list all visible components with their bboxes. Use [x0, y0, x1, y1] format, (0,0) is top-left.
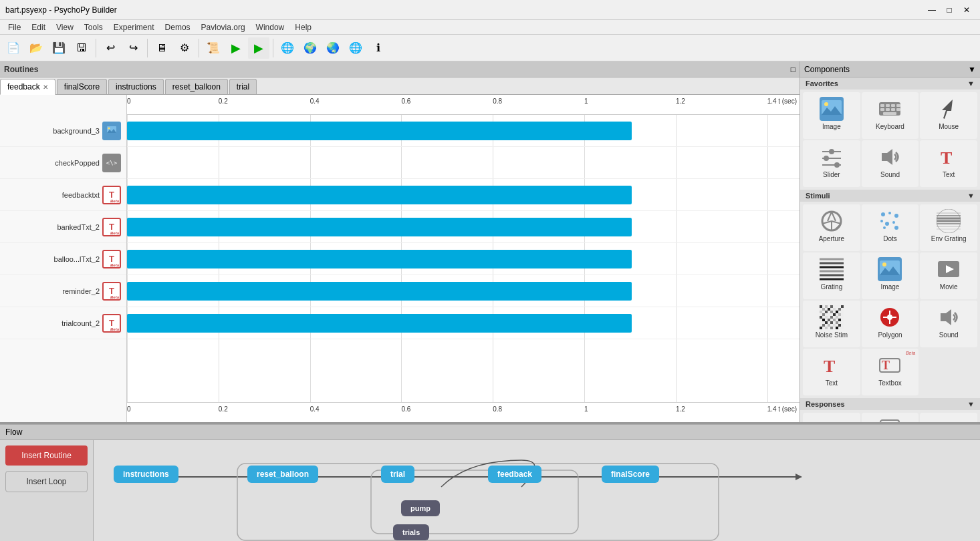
svg-point-39: [883, 226, 886, 229]
flow-node-trials[interactable]: trials: [393, 524, 429, 540]
comp-item-envgrating[interactable]: Env Grating: [920, 204, 977, 251]
new-button[interactable]: 📄: [3, 37, 24, 59]
axis-0: 0: [127, 98, 131, 105]
flow-node-finalscore[interactable]: finalScore: [602, 466, 659, 483]
comp-item-mouse[interactable]: Mouse: [920, 92, 977, 139]
comp-item-pen[interactable]: Pen: [803, 413, 860, 422]
menu-item-view[interactable]: View: [51, 21, 79, 33]
flow-node-feedback[interactable]: feedback: [488, 466, 541, 483]
insert-loop-button[interactable]: Insert Loop: [5, 471, 88, 492]
comp-section-stimuli-arrow[interactable]: ▼: [967, 192, 975, 200]
chart-row-trialcount2[interactable]: [127, 307, 800, 339]
row-icon-feedbacktxt[interactable]: T Beta: [102, 186, 121, 204]
row-icon-checkpopped[interactable]: <\>: [102, 154, 121, 172]
insert-routine-button[interactable]: Insert Routine: [5, 445, 88, 466]
row-icon-reminder2[interactable]: T Beta: [102, 282, 121, 301]
chart-row-background3[interactable]: [127, 115, 800, 147]
open-button[interactable]: 📂: [25, 37, 47, 59]
svg-rect-49: [820, 257, 844, 281]
components-collapse-icon[interactable]: ▼: [968, 65, 976, 74]
save-as-button[interactable]: 🖫: [71, 37, 92, 59]
undo-button[interactable]: ↩: [100, 37, 121, 59]
tab-trial[interactable]: trial: [229, 79, 257, 94]
row-icon-background3[interactable]: [102, 122, 121, 140]
comp-item-keyboard[interactable]: Keyboard: [862, 92, 919, 139]
chart-row-bankedtxt2[interactable]: [127, 211, 800, 243]
form-icon: [876, 416, 903, 422]
comp-section-stimuli[interactable]: Stimuli ▼: [800, 190, 980, 202]
comp-item-text-fav[interactable]: T Text: [920, 140, 977, 187]
comp-item-image2[interactable]: Image: [862, 252, 919, 299]
maximize-button[interactable]: □: [941, 3, 957, 17]
menu-item-experiment[interactable]: Experiment: [108, 21, 160, 33]
row-icon-bankedtxt2[interactable]: T Beta: [102, 218, 121, 236]
comp-item-form[interactable]: Form: [862, 413, 919, 422]
tab-instructions[interactable]: instructions: [108, 79, 164, 94]
comp-section-responses-arrow[interactable]: ▼: [967, 400, 975, 408]
comp-item-aperture[interactable]: Aperture: [803, 204, 860, 251]
comp-item-slider[interactable]: Slider: [803, 140, 860, 187]
bar-background3[interactable]: [127, 122, 632, 140]
menu-item-pavlovia.org[interactable]: Pavlovia.org: [196, 21, 251, 33]
comp-item-dots[interactable]: Dots: [862, 204, 919, 251]
flow-node-instructions[interactable]: instructions: [114, 466, 178, 483]
globe1-button[interactable]: 🌐: [277, 37, 298, 59]
comp-item-textbox[interactable]: T Textbox Beta: [862, 349, 919, 395]
row-icon-trialcount2[interactable]: T Beta: [102, 314, 121, 333]
bar-feedbacktxt[interactable]: [127, 186, 632, 204]
run-online-button[interactable]: ▶: [248, 37, 269, 59]
tab-finalscore[interactable]: finalScore: [57, 79, 107, 94]
monitor-button[interactable]: 🖥: [151, 37, 172, 59]
comp-item-noise[interactable]: Noise Stim: [803, 301, 860, 347]
chart-row-ballooltxt2[interactable]: [127, 243, 800, 275]
globe5-button[interactable]: ℹ: [368, 37, 389, 59]
globe4-button[interactable]: 🌐: [345, 37, 366, 59]
comp-section-favorites[interactable]: Favorites ▼: [800, 77, 980, 89]
chart-row-feedbacktxt[interactable]: [127, 179, 800, 211]
tab-feedback[interactable]: feedback ✕: [0, 79, 55, 95]
menu-item-help[interactable]: Help: [289, 21, 317, 33]
bar-reminder2[interactable]: [127, 282, 632, 301]
comp-item-sound2[interactable]: Sound: [920, 301, 977, 347]
flow-node-reset-balloon[interactable]: reset_balloon: [247, 466, 318, 483]
bar-bankedtxt2[interactable]: [127, 218, 632, 236]
comp-section-responses[interactable]: Responses ▼: [800, 398, 980, 410]
menu-item-file[interactable]: File: [3, 21, 26, 33]
comp-section-favorites-arrow[interactable]: ▼: [967, 79, 975, 87]
textbox-beta-badge: Beta: [906, 351, 915, 355]
row-name-feedbacktxt: feedbacktxt: [62, 191, 100, 199]
chart-row-reminder2[interactable]: [127, 275, 800, 307]
globe3-button[interactable]: 🌏: [322, 37, 344, 59]
svg-rect-96: [820, 327, 822, 329]
comp-item-movie[interactable]: Movie: [920, 252, 977, 299]
row-icon-ballooltxt2[interactable]: T Beta: [102, 250, 121, 268]
flow-node-trial[interactable]: trial: [381, 466, 414, 483]
flow-node-pump[interactable]: pump: [401, 500, 440, 516]
comp-item-polygon[interactable]: Polygon: [862, 301, 919, 347]
menu-item-edit[interactable]: Edit: [26, 21, 51, 33]
redo-button[interactable]: ↪: [122, 37, 144, 59]
bar-trialcount2[interactable]: [127, 314, 632, 333]
compile-button[interactable]: 📜: [203, 37, 224, 59]
tab-feedback-close[interactable]: ✕: [43, 83, 48, 91]
comp-item-text2[interactable]: T Text: [803, 349, 860, 395]
run-button[interactable]: ▶: [225, 37, 247, 59]
comp-item-sound-fav[interactable]: Sound: [862, 140, 919, 187]
chart-row-checkpopped[interactable]: [127, 147, 800, 179]
comp-item-joystick[interactable]: Joystick: [920, 413, 977, 422]
comp-item-grating[interactable]: Grating: [803, 252, 860, 299]
tab-reset-balloon[interactable]: reset_balloon: [165, 79, 228, 94]
minimize-button[interactable]: —: [924, 3, 940, 17]
globe2-button[interactable]: 🌍: [299, 37, 321, 59]
row-label-bankedtxt2: bankedTxt_2 T Beta: [0, 211, 126, 243]
menu-item-demos[interactable]: Demos: [160, 21, 196, 33]
close-button[interactable]: ✕: [959, 3, 975, 17]
svg-rect-64: [825, 305, 828, 308]
menu-item-tools[interactable]: Tools: [79, 21, 108, 33]
menu-item-window[interactable]: Window: [251, 21, 290, 33]
bar-ballooltxt2[interactable]: [127, 250, 632, 268]
settings-button[interactable]: ⚙: [174, 37, 195, 59]
routines-expand-icon[interactable]: □: [791, 65, 795, 74]
save-button[interactable]: 💾: [48, 37, 70, 59]
comp-item-image[interactable]: Image: [803, 92, 860, 139]
